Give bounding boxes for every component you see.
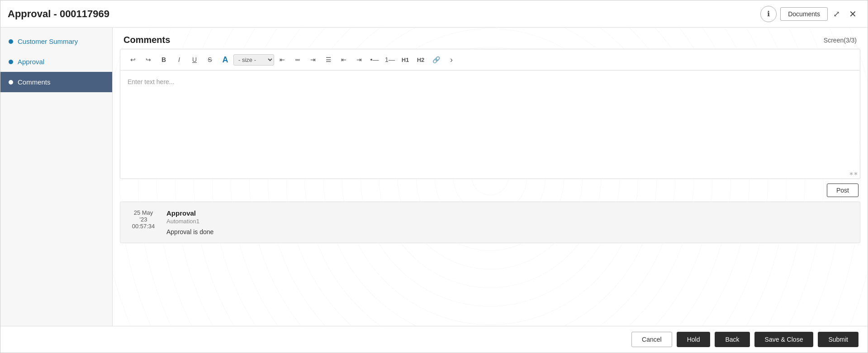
- align-left-button[interactable]: ⇤: [275, 53, 289, 66]
- sidebar-item-customer-summary[interactable]: Customer Summary: [0, 31, 112, 52]
- comment-author: Automation1: [166, 218, 853, 225]
- comment-body: Approval Automation1 Approval is done: [166, 209, 853, 235]
- content-area: Comments Screen(3/3) ↩ ↪ B I: [113, 28, 868, 326]
- cancel-button[interactable]: Cancel: [631, 332, 672, 347]
- main-content: Comments Screen(3/3) ↩ ↪ B I: [113, 28, 868, 326]
- editor-placeholder: Enter text here...: [128, 78, 175, 85]
- sidebar-dot-comments: [9, 80, 13, 85]
- indent-decrease-icon: ⇤: [341, 56, 346, 63]
- align-center-icon: ═: [295, 56, 300, 63]
- sidebar-dot-customer-summary: [9, 39, 13, 44]
- info-icon: ℹ: [767, 9, 770, 18]
- comment-date-text: 25 May'23: [128, 209, 159, 223]
- chevron-right-icon: ›: [450, 55, 453, 65]
- sidebar-item-label-approval: Approval: [18, 58, 44, 66]
- close-icon: ✕: [849, 9, 857, 19]
- sidebar-dot-approval: [9, 60, 13, 64]
- bold-button[interactable]: B: [157, 53, 171, 66]
- link-button[interactable]: 🔗: [429, 53, 443, 66]
- sidebar-item-approval[interactable]: Approval: [0, 52, 112, 72]
- resize-handle[interactable]: ∗∗: [849, 170, 858, 177]
- bullet-list-button[interactable]: •—: [367, 53, 382, 66]
- align-justify-icon: ☰: [326, 56, 332, 63]
- strikethrough-button[interactable]: S: [203, 53, 217, 66]
- align-right-icon: ⇥: [310, 56, 316, 63]
- sidebar-item-label-comments: Comments: [18, 78, 51, 86]
- modal-footer: Cancel Hold Back Save & Close Submit: [0, 326, 868, 353]
- align-justify-button[interactable]: ☰: [321, 53, 336, 66]
- align-left-icon: ⇤: [280, 56, 285, 63]
- font-color-icon: A: [223, 55, 228, 65]
- screen-indicator: Screen(3/3): [824, 37, 857, 44]
- maximize-icon: ⤢: [833, 9, 840, 19]
- underline-button[interactable]: U: [187, 53, 202, 66]
- undo-button[interactable]: ↩: [126, 53, 140, 66]
- indent-decrease-button[interactable]: ⇤: [337, 53, 351, 66]
- indent-increase-button[interactable]: ⇥: [352, 53, 366, 66]
- hold-button[interactable]: Hold: [677, 332, 711, 347]
- documents-button[interactable]: Documents: [780, 7, 828, 21]
- indent-increase-icon: ⇥: [356, 56, 362, 63]
- italic-icon: I: [178, 56, 180, 63]
- numbered-list-button[interactable]: 1—: [383, 53, 397, 66]
- italic-button[interactable]: I: [172, 53, 186, 66]
- strikethrough-icon: S: [208, 56, 212, 63]
- redo-button[interactable]: ↪: [141, 53, 156, 66]
- back-button[interactable]: Back: [715, 332, 749, 347]
- comments-header: Comments Screen(3/3): [113, 28, 868, 49]
- modal-wrapper: Approval - 000117969 ℹ Documents ⤢ ✕ Cus…: [0, 0, 868, 353]
- comment-date: 25 May'23 00:57:34: [128, 209, 159, 235]
- font-size-select[interactable]: - size - 8910 111214 161824 36: [233, 54, 274, 66]
- h2-button[interactable]: H2: [413, 53, 428, 66]
- sidebar-item-comments[interactable]: Comments: [0, 72, 112, 92]
- comment-title: Approval: [166, 209, 853, 217]
- close-button[interactable]: ✕: [845, 7, 860, 21]
- comments-title: Comments: [123, 35, 170, 45]
- submit-button[interactable]: Submit: [818, 332, 859, 347]
- bold-icon: B: [161, 56, 166, 63]
- numbered-list-icon: 1—: [385, 56, 395, 63]
- post-area: Post: [113, 179, 868, 202]
- more-options-button[interactable]: ›: [444, 53, 459, 66]
- h1-button[interactable]: H1: [398, 53, 413, 66]
- post-button[interactable]: Post: [827, 184, 859, 197]
- text-editor-area[interactable]: Enter text here... ∗∗: [120, 71, 860, 179]
- comment-time-text: 00:57:34: [128, 223, 159, 230]
- save-close-button[interactable]: Save & Close: [754, 332, 814, 347]
- font-color-button[interactable]: A: [218, 53, 232, 66]
- underline-icon: U: [192, 56, 197, 63]
- sidebar-item-label-customer-summary: Customer Summary: [18, 38, 78, 45]
- h2-icon: H2: [417, 56, 425, 63]
- bullet-list-icon: •—: [370, 56, 379, 63]
- modal-body: Customer Summary Approval Comments Comme…: [0, 28, 868, 326]
- undo-icon: ↩: [130, 56, 136, 63]
- sidebar: Customer Summary Approval Comments: [0, 28, 113, 326]
- h1-icon: H1: [402, 56, 409, 63]
- comment-entry: 25 May'23 00:57:34 Approval Automation1 …: [120, 202, 860, 243]
- redo-icon: ↪: [146, 56, 151, 63]
- align-center-button[interactable]: ═: [290, 53, 305, 66]
- header-actions: ℹ Documents ⤢ ✕: [760, 6, 860, 22]
- modal-title: Approval - 000117969: [8, 8, 109, 20]
- comment-text: Approval is done: [166, 228, 853, 235]
- modal-header: Approval - 000117969 ℹ Documents ⤢ ✕: [0, 0, 868, 28]
- link-icon: 🔗: [432, 56, 440, 63]
- editor-toolbar: ↩ ↪ B I U S: [120, 49, 860, 71]
- align-right-button[interactable]: ⇥: [306, 53, 320, 66]
- maximize-button[interactable]: ⤢: [831, 7, 842, 21]
- info-button[interactable]: ℹ: [760, 6, 777, 22]
